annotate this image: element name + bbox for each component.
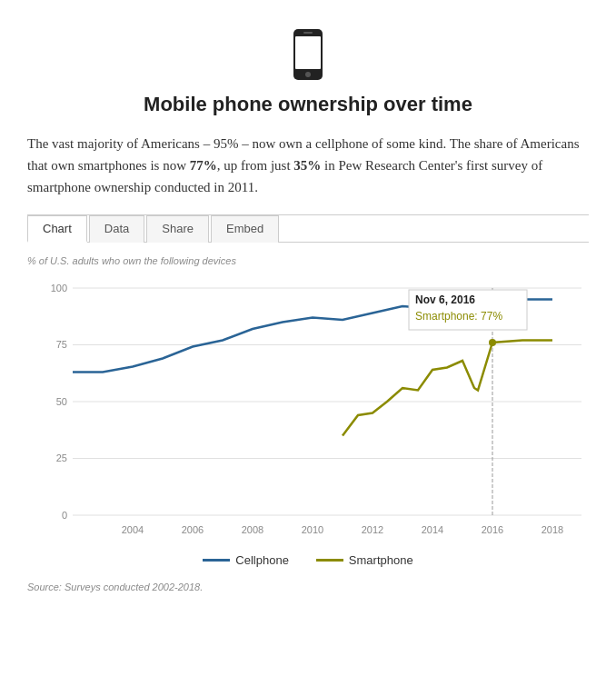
svg-text:2018: 2018 (541, 524, 563, 535)
tab-embed[interactable]: Embed (211, 215, 279, 243)
svg-text:Smartphone: 77%: Smartphone: 77% (415, 310, 502, 323)
svg-text:50: 50 (56, 396, 67, 407)
page-title: Mobile phone ownership over time (27, 93, 589, 116)
legend-line-cellphone (203, 559, 230, 562)
svg-rect-1 (295, 36, 321, 69)
svg-point-2 (305, 72, 311, 77)
svg-text:25: 25 (56, 452, 67, 463)
svg-text:2008: 2008 (242, 524, 263, 535)
phone-icon (27, 27, 589, 82)
svg-text:2016: 2016 (482, 524, 503, 535)
chart-ylabel: % of U.S. adults who own the following d… (27, 255, 589, 266)
svg-text:2004: 2004 (122, 524, 144, 535)
description-text: The vast majority of Americans – 95% – n… (27, 133, 589, 198)
chart-svg: 100 75 50 25 0 2004 2006 2008 2010 2012 … (27, 270, 589, 542)
tab-data[interactable]: Data (89, 215, 144, 243)
source-text: Source: Surveys conducted 2002-2018. (27, 582, 589, 592)
smartphone-line (343, 341, 552, 436)
svg-text:2014: 2014 (422, 524, 443, 535)
tooltip-dot (489, 339, 496, 346)
svg-rect-3 (303, 32, 313, 34)
page-container: Mobile phone ownership over time The vas… (0, 0, 616, 611)
svg-text:75: 75 (56, 339, 67, 350)
legend-label-cellphone: Cellphone (235, 553, 289, 567)
chart-tabs: Chart Data Share Embed (27, 215, 589, 243)
chart-legend: Cellphone Smartphone (27, 553, 589, 567)
svg-text:100: 100 (51, 283, 67, 293)
tab-share[interactable]: Share (146, 215, 209, 243)
tab-chart[interactable]: Chart (27, 215, 87, 243)
legend-smartphone: Smartphone (316, 553, 413, 567)
svg-text:Nov 6, 2016: Nov 6, 2016 (415, 293, 475, 306)
legend-label-smartphone: Smartphone (349, 553, 413, 567)
chart-area: 100 75 50 25 0 2004 2006 2008 2010 2012 … (27, 270, 589, 546)
legend-line-smartphone (316, 559, 343, 562)
svg-text:2010: 2010 (302, 524, 323, 535)
svg-text:0: 0 (62, 510, 67, 521)
svg-text:2006: 2006 (182, 524, 204, 535)
svg-text:2012: 2012 (362, 524, 383, 535)
legend-cellphone: Cellphone (203, 553, 289, 567)
